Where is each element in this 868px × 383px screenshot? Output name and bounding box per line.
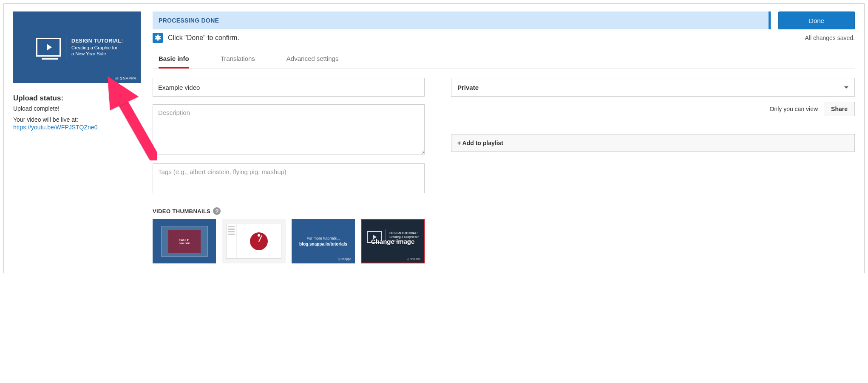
thumbnails-row: SALE 50% OFF For more tutorials... [153,219,425,263]
upload-live-at-label: Your video will be live at: [13,116,141,123]
upload-status-heading: Upload status: [13,94,141,103]
processing-status-label: PROCESSING DONE [159,17,219,24]
thumb1-sale: SALE [179,238,190,242]
thumb-title: DESIGN TUTORIAL: [71,38,123,45]
upload-status-message: Upload complete! [13,105,141,112]
play-icon [36,38,61,57]
side-column: Private Only you can view Share + Add to… [451,78,855,263]
saved-message: All changes saved. [805,34,855,41]
video-thumbnail-preview: DESIGN TUTORIAL: Creating a Graphic for … [13,11,141,83]
thumb-line2: a New Year Sale [71,51,106,56]
tab-translations[interactable]: Translations [221,51,255,69]
upload-editor: DESIGN TUTORIAL: Creating a Graphic for … [3,3,865,273]
thumb3-line2: blog.snappa.io/tutorials [299,242,347,246]
left-column: DESIGN TUTORIAL: Creating a Graphic for … [13,11,141,263]
processing-progress-bar: PROCESSING DONE [153,11,771,29]
title-input[interactable] [153,78,425,97]
description-input[interactable] [153,104,425,154]
privacy-hint: Only you can view [769,106,818,112]
privacy-select[interactable]: Private [451,78,855,97]
change-image-label: Change image [362,220,424,263]
thumbnail-option-4[interactable]: DESIGN TUTORIAL: Creating a Graphic for … [361,219,425,263]
privacy-selected: Private [457,84,479,91]
help-icon[interactable]: ? [213,207,221,215]
thumb3-brand: ◎ snappa [338,257,351,261]
share-button[interactable]: Share [824,102,855,116]
chevron-down-icon [844,86,848,89]
thumb1-pct: 50% OFF [179,242,190,245]
thumbnail-option-2[interactable] [222,219,285,263]
thumbnails-label: VIDEO THUMBNAILS [153,208,210,214]
thumbnail-option-3[interactable]: For more tutorials... blog.snappa.io/tut… [292,219,355,263]
thumbnail-option-1[interactable]: SALE 50% OFF [153,219,216,263]
thumb-line1: Creating a Graphic for [71,45,117,50]
done-button[interactable]: Done [778,11,855,29]
tabs: Basic info Translations Advanced setting… [153,51,855,69]
asterisk-icon: ✱ [153,33,163,43]
right-column: PROCESSING DONE Done ✱ Click "Done" to c… [153,11,855,263]
tags-input[interactable] [153,163,425,193]
add-to-playlist-button[interactable]: + Add to playlist [451,134,855,152]
tab-basic-info[interactable]: Basic info [159,51,189,69]
thumb-brand: ◎ SNAPPA [115,76,136,80]
video-url-link[interactable]: https://youtu.be/WFPJSTQZne0 [13,124,141,131]
thumb3-line1: For more tutorials... [307,236,340,240]
form-column: VIDEO THUMBNAILS ? SALE 50% OFF [153,78,425,263]
confirm-message: Click "Done" to confirm. [168,34,239,42]
tab-advanced-settings[interactable]: Advanced settings [286,51,339,69]
